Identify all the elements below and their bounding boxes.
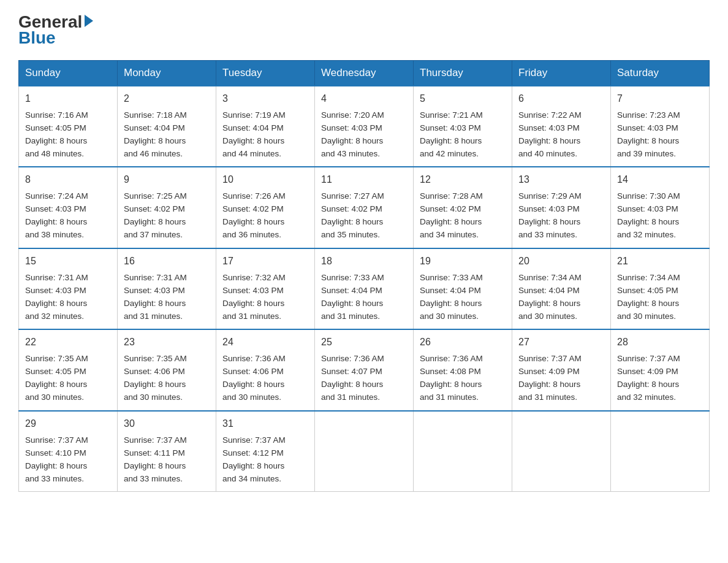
daylight-info: Daylight: 8 hours: [518, 299, 580, 308]
daylight-info: Daylight: 8 hours: [222, 299, 284, 308]
daylight-info-cont: and 37 minutes.: [124, 230, 183, 239]
sunset-info: Sunset: 4:10 PM: [25, 448, 86, 458]
sunrise-info: Sunrise: 7:16 AM: [25, 110, 88, 120]
calendar-cell: 22 Sunrise: 7:35 AM Sunset: 4:05 PM Dayl…: [19, 329, 118, 410]
day-number: 23: [124, 335, 210, 350]
daylight-info: Daylight: 8 hours: [321, 136, 383, 145]
day-number: 21: [617, 254, 703, 269]
day-number: 16: [124, 254, 210, 269]
sunrise-info: Sunrise: 7:28 AM: [420, 191, 483, 201]
daylight-info-cont: and 43 minutes.: [321, 149, 380, 158]
daylight-info: Daylight: 8 hours: [124, 461, 186, 470]
daylight-info-cont: and 44 minutes.: [222, 149, 281, 158]
day-number: 26: [420, 335, 506, 350]
sunrise-info: Sunrise: 7:31 AM: [25, 273, 88, 282]
calendar-cell: [315, 411, 414, 492]
day-number: 11: [321, 172, 407, 188]
daylight-info: Daylight: 8 hours: [222, 217, 284, 226]
sunset-info: Sunset: 4:02 PM: [420, 204, 481, 213]
calendar-cell: 29 Sunrise: 7:37 AM Sunset: 4:10 PM Dayl…: [19, 411, 118, 492]
sunrise-info: Sunrise: 7:37 AM: [518, 354, 582, 363]
daylight-info: Daylight: 8 hours: [617, 217, 679, 226]
sunrise-info: Sunrise: 7:26 AM: [222, 191, 286, 201]
logo-blue-text: Blue: [18, 28, 56, 48]
daylight-info-cont: and 30 minutes.: [420, 312, 479, 321]
calendar-cell: 17 Sunrise: 7:32 AM Sunset: 4:03 PM Dayl…: [216, 248, 315, 329]
day-of-week-header: Monday: [118, 61, 216, 86]
daylight-info: Daylight: 8 hours: [617, 299, 679, 308]
sunrise-info: Sunrise: 7:34 AM: [518, 273, 582, 282]
daylight-info-cont: and 31 minutes.: [222, 312, 281, 321]
calendar-week-row: 15 Sunrise: 7:31 AM Sunset: 4:03 PM Dayl…: [19, 248, 710, 329]
calendar-cell: 21 Sunrise: 7:34 AM Sunset: 4:05 PM Dayl…: [611, 248, 710, 329]
calendar-cell: 9 Sunrise: 7:25 AM Sunset: 4:02 PM Dayli…: [118, 167, 216, 248]
calendar-cell: 12 Sunrise: 7:28 AM Sunset: 4:02 PM Dayl…: [414, 167, 512, 248]
calendar-cell: 7 Sunrise: 7:23 AM Sunset: 4:03 PM Dayli…: [611, 86, 710, 167]
daylight-info-cont: and 32 minutes.: [617, 230, 676, 239]
calendar-header-row: SundayMondayTuesdayWednesdayThursdayFrid…: [19, 61, 710, 86]
sunset-info: Sunset: 4:12 PM: [222, 448, 284, 458]
calendar-cell: 10 Sunrise: 7:26 AM Sunset: 4:02 PM Dayl…: [216, 167, 315, 248]
day-number: 20: [518, 254, 604, 269]
day-number: 6: [518, 91, 604, 107]
sunset-info: Sunset: 4:04 PM: [222, 123, 284, 132]
calendar-cell: 11 Sunrise: 7:27 AM Sunset: 4:02 PM Dayl…: [315, 167, 414, 248]
daylight-info-cont: and 30 minutes.: [617, 312, 676, 321]
sunrise-info: Sunrise: 7:18 AM: [124, 110, 187, 120]
sunset-info: Sunset: 4:05 PM: [25, 123, 86, 132]
day-of-week-header: Thursday: [414, 61, 512, 86]
sunset-info: Sunset: 4:03 PM: [25, 286, 86, 295]
sunset-info: Sunset: 4:05 PM: [25, 367, 86, 376]
sunset-info: Sunset: 4:03 PM: [617, 123, 678, 132]
sunset-info: Sunset: 4:04 PM: [518, 286, 580, 295]
daylight-info-cont: and 35 minutes.: [321, 230, 380, 239]
calendar-cell: 2 Sunrise: 7:18 AM Sunset: 4:04 PM Dayli…: [118, 86, 216, 167]
daylight-info: Daylight: 8 hours: [518, 136, 580, 145]
sunrise-info: Sunrise: 7:36 AM: [420, 354, 483, 363]
day-number: 15: [25, 254, 111, 269]
daylight-info-cont: and 34 minutes.: [420, 230, 479, 239]
day-number: 7: [617, 91, 703, 107]
calendar-cell: 6 Sunrise: 7:22 AM Sunset: 4:03 PM Dayli…: [512, 86, 611, 167]
day-number: 17: [222, 254, 308, 269]
page-header: General Blue: [18, 12, 710, 48]
calendar-cell: 26 Sunrise: 7:36 AM Sunset: 4:08 PM Dayl…: [414, 329, 512, 410]
calendar-cell: 15 Sunrise: 7:31 AM Sunset: 4:03 PM Dayl…: [19, 248, 118, 329]
sunrise-info: Sunrise: 7:35 AM: [124, 354, 187, 363]
calendar-cell: 14 Sunrise: 7:30 AM Sunset: 4:03 PM Dayl…: [611, 167, 710, 248]
daylight-info: Daylight: 8 hours: [25, 461, 87, 470]
daylight-info: Daylight: 8 hours: [420, 299, 482, 308]
daylight-info-cont: and 30 minutes.: [25, 393, 84, 402]
sunrise-info: Sunrise: 7:23 AM: [617, 110, 680, 120]
calendar-cell: 30 Sunrise: 7:37 AM Sunset: 4:11 PM Dayl…: [118, 411, 216, 492]
sunrise-info: Sunrise: 7:34 AM: [617, 273, 680, 282]
calendar-cell: [414, 411, 512, 492]
daylight-info: Daylight: 8 hours: [420, 380, 482, 389]
daylight-info-cont: and 42 minutes.: [420, 149, 479, 158]
day-of-week-header: Saturday: [611, 61, 710, 86]
calendar-cell: 4 Sunrise: 7:20 AM Sunset: 4:03 PM Dayli…: [315, 86, 414, 167]
calendar-cell: 25 Sunrise: 7:36 AM Sunset: 4:07 PM Dayl…: [315, 329, 414, 410]
day-of-week-header: Friday: [512, 61, 611, 86]
sunrise-info: Sunrise: 7:36 AM: [321, 354, 384, 363]
sunrise-info: Sunrise: 7:19 AM: [222, 110, 286, 120]
calendar-cell: 27 Sunrise: 7:37 AM Sunset: 4:09 PM Dayl…: [512, 329, 611, 410]
daylight-info: Daylight: 8 hours: [420, 136, 482, 145]
sunrise-info: Sunrise: 7:33 AM: [420, 273, 483, 282]
daylight-info-cont: and 30 minutes.: [124, 393, 183, 402]
calendar-week-row: 29 Sunrise: 7:37 AM Sunset: 4:10 PM Dayl…: [19, 411, 710, 492]
sunset-info: Sunset: 4:08 PM: [420, 367, 481, 376]
sunset-info: Sunset: 4:04 PM: [321, 286, 382, 295]
day-number: 13: [518, 172, 604, 188]
sunset-info: Sunset: 4:07 PM: [321, 367, 382, 376]
daylight-info: Daylight: 8 hours: [321, 299, 383, 308]
day-number: 2: [124, 91, 210, 107]
daylight-info: Daylight: 8 hours: [518, 380, 580, 389]
calendar-cell: 28 Sunrise: 7:37 AM Sunset: 4:09 PM Dayl…: [611, 329, 710, 410]
daylight-info: Daylight: 8 hours: [222, 136, 284, 145]
day-number: 24: [222, 335, 308, 350]
daylight-info-cont: and 31 minutes.: [321, 393, 380, 402]
daylight-info-cont: and 30 minutes.: [518, 312, 577, 321]
sunrise-info: Sunrise: 7:31 AM: [124, 273, 187, 282]
daylight-info-cont: and 39 minutes.: [617, 149, 676, 158]
